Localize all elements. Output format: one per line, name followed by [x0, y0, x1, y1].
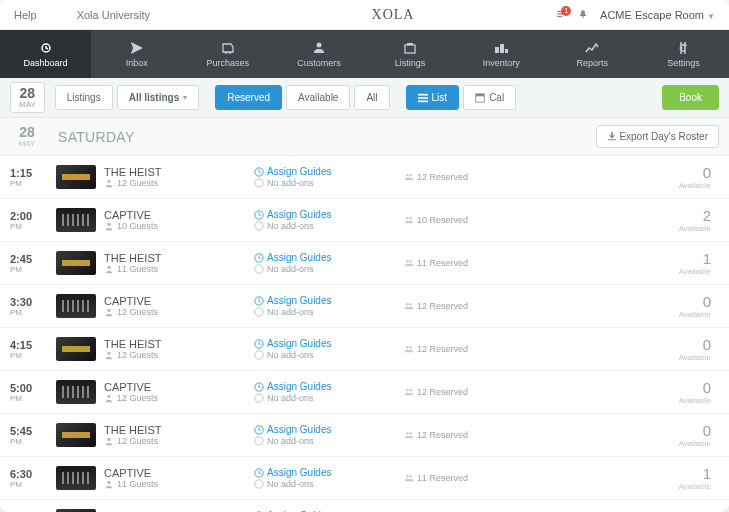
svg-point-45: [409, 389, 412, 392]
nav-settings[interactable]: Settings: [638, 30, 729, 78]
booking-row[interactable]: 2:00PMCAPTIVE10 GuestsAssign GuidesNo ad…: [0, 199, 729, 242]
assign-guides-link[interactable]: Assign Guides: [254, 252, 404, 263]
listing-title: THE HEIST: [104, 424, 254, 436]
svg-point-25: [409, 217, 412, 220]
tag-icon: [254, 436, 264, 446]
time: 3:30PM: [10, 296, 48, 317]
assign-guides-link[interactable]: Assign Guides: [254, 424, 404, 435]
export-roster-button[interactable]: Export Day's Roster: [596, 125, 719, 148]
listings-dropdown[interactable]: All listings ▾: [117, 85, 200, 110]
topbar: Help Xola University XOLA 1 ACME Escape …: [0, 0, 729, 30]
day-name: SATURDAY: [58, 129, 135, 145]
assign-guides-link[interactable]: Assign Guides: [254, 166, 404, 177]
svg-point-16: [107, 180, 110, 183]
view-list[interactable]: List: [406, 85, 460, 110]
book-button[interactable]: Book: [662, 85, 719, 110]
time: 2:45PM: [10, 253, 48, 274]
time: 5:00PM: [10, 382, 48, 403]
svg-point-33: [255, 308, 263, 316]
customers-icon: [311, 40, 327, 56]
svg-rect-8: [505, 49, 508, 53]
svg-point-51: [107, 481, 110, 484]
available-count: 0Available: [524, 508, 719, 512]
inbox-icon: [129, 40, 145, 56]
clock-icon: [254, 382, 264, 392]
booking-row[interactable]: 5:45PMTHE HEIST12 GuestsAssign GuidesNo …: [0, 414, 729, 457]
people-icon: [404, 172, 414, 182]
person-icon: [104, 479, 114, 489]
tasks-icon[interactable]: 1: [556, 9, 566, 21]
booking-row[interactable]: 1:15PMTHE HEIST12 GuestsAssign GuidesNo …: [0, 156, 729, 199]
nav-listings[interactable]: Listings: [365, 30, 456, 78]
nav-purchases[interactable]: Purchases: [182, 30, 273, 78]
booking-row[interactable]: 5:00PMCAPTIVE12 GuestsAssign GuidesNo ad…: [0, 371, 729, 414]
svg-point-21: [107, 223, 110, 226]
assign-guides-link[interactable]: Assign Guides: [254, 209, 404, 220]
time: 6:30PM: [10, 468, 48, 489]
reserved-count: 11 Reserved: [404, 258, 524, 268]
assign-guides-link[interactable]: Assign Guides: [254, 381, 404, 392]
listing-thumbnail: [56, 251, 96, 275]
svg-point-50: [409, 432, 412, 435]
svg-point-44: [406, 389, 409, 392]
nav-inventory[interactable]: Inventory: [456, 30, 547, 78]
svg-point-31: [107, 309, 110, 312]
bell-icon[interactable]: [578, 9, 588, 21]
svg-rect-12: [418, 97, 428, 99]
svg-point-41: [107, 395, 110, 398]
nav-label: Dashboard: [24, 58, 68, 68]
listings-label: Listings: [55, 85, 113, 110]
svg-point-29: [406, 260, 409, 263]
filter-available[interactable]: Available: [286, 85, 350, 110]
nav-label: Purchases: [207, 58, 250, 68]
booking-row[interactable]: 2:45PMTHE HEIST11 GuestsAssign GuidesNo …: [0, 242, 729, 285]
nav-dashboard[interactable]: Dashboard: [0, 30, 91, 78]
calendar-icon: [475, 93, 485, 103]
assign-guides-link[interactable]: Assign Guides: [254, 295, 404, 306]
time: 4:15PM: [10, 339, 48, 360]
reserved-count: 12 Reserved: [404, 387, 524, 397]
svg-point-38: [255, 351, 263, 359]
filter-all[interactable]: All: [354, 85, 389, 110]
listing-thumbnail: [56, 294, 96, 318]
addons-text: No add-ons: [254, 479, 404, 489]
tag-icon: [254, 178, 264, 188]
available-count: 1Available: [524, 250, 719, 276]
reserved-count: 12 Reserved: [404, 172, 524, 182]
booking-row[interactable]: 6:30PMCAPTIVE11 GuestsAssign GuidesNo ad…: [0, 457, 729, 500]
listing-title: CAPTIVE: [104, 467, 254, 479]
svg-point-54: [406, 475, 409, 478]
guest-count: 11 Guests: [104, 264, 254, 274]
available-count: 0Available: [524, 422, 719, 448]
nav-reports[interactable]: Reports: [547, 30, 638, 78]
nav-inbox[interactable]: Inbox: [91, 30, 182, 78]
view-cal[interactable]: Cal: [463, 85, 516, 110]
account-menu[interactable]: ACME Escape Room ▼: [600, 9, 715, 21]
date-picker[interactable]: 28MAY: [10, 82, 45, 113]
svg-point-28: [255, 265, 263, 273]
reserved-count: 11 Reserved: [404, 473, 524, 483]
clock-icon: [254, 253, 264, 263]
university-link[interactable]: Xola University: [77, 9, 150, 21]
addons-text: No add-ons: [254, 393, 404, 403]
assign-guides-link[interactable]: Assign Guides: [254, 338, 404, 349]
filter-reserved[interactable]: Reserved: [215, 85, 282, 110]
nav-customers[interactable]: Customers: [273, 30, 364, 78]
listing-title: CAPTIVE: [104, 381, 254, 393]
listing-thumbnail: [56, 466, 96, 490]
help-link[interactable]: Help: [14, 9, 37, 21]
tag-icon: [254, 264, 264, 274]
booking-row[interactable]: 7:15PMTHE HEIST12 GuestsAssign GuidesNo …: [0, 500, 729, 512]
listing-title: THE HEIST: [104, 166, 254, 178]
available-count: 0Available: [524, 379, 719, 405]
booking-row[interactable]: 3:30PMCAPTIVE12 GuestsAssign GuidesNo ad…: [0, 285, 729, 328]
assign-guides-link[interactable]: Assign Guides: [254, 467, 404, 478]
notif-badge: 1: [561, 6, 571, 16]
listing-title: THE HEIST: [104, 252, 254, 264]
guest-count: 12 Guests: [104, 393, 254, 403]
clock-icon: [254, 468, 264, 478]
booking-row[interactable]: 4:15PMTHE HEIST12 GuestsAssign GuidesNo …: [0, 328, 729, 371]
svg-point-20: [409, 174, 412, 177]
svg-point-30: [409, 260, 412, 263]
svg-point-49: [406, 432, 409, 435]
